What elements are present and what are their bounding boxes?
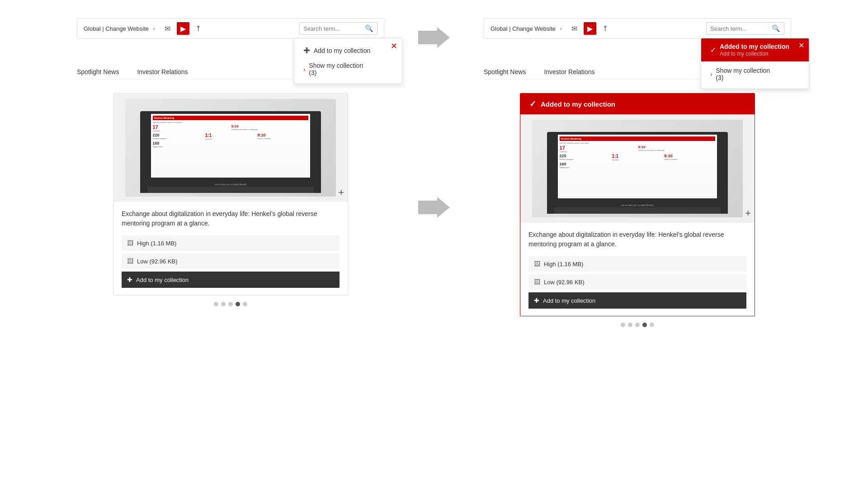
site-label-after: Global | Change Website bbox=[491, 25, 556, 32]
dot-1-after[interactable] bbox=[621, 323, 625, 327]
search-input-after[interactable] bbox=[710, 25, 769, 32]
dots-after bbox=[621, 323, 654, 327]
file-icon-high-before: 🖼 bbox=[127, 239, 133, 247]
dot-4-before[interactable] bbox=[236, 302, 240, 306]
added-label-after: Added to my collection bbox=[720, 43, 789, 50]
dot-1-before[interactable] bbox=[214, 302, 218, 306]
nav-investor-before[interactable]: Investor Relations bbox=[137, 68, 188, 75]
file-high-btn-before[interactable]: 🖼 High (1.16 MB) bbox=[122, 235, 340, 251]
laptop-tagline-before: Let me show you my digital lifestyle! bbox=[214, 183, 247, 186]
dropdown-after: ✓ Added to my collection Add to my colle… bbox=[701, 38, 809, 89]
card-added-banner: ✓ Added to my collection bbox=[520, 94, 755, 114]
nav-spotlight-after[interactable]: Spotlight News bbox=[484, 68, 526, 75]
file-high-label-before: High (1.16 MB) bbox=[137, 240, 176, 247]
svg-marker-1 bbox=[418, 197, 450, 218]
dot-3-after[interactable] bbox=[635, 323, 640, 327]
show-label-text-after: Show my collection bbox=[716, 67, 770, 74]
arrow-top bbox=[418, 27, 450, 48]
add-sub-label-after: Add to my collection bbox=[720, 51, 789, 57]
add-collection-btn-before[interactable]: ✚ Add to my collection bbox=[122, 272, 340, 288]
laptop-sim-before: Reverse Mentoring rated the program good… bbox=[140, 111, 321, 193]
header-bar-after: Global | Change Website › ✉ ▶ ⤒ 🔍 bbox=[484, 18, 791, 39]
card-plus-btn-after[interactable]: + bbox=[745, 207, 751, 219]
show-count-after: (3) bbox=[716, 74, 723, 81]
close-btn-before[interactable]: ✕ bbox=[391, 42, 397, 50]
red-banner-after: ✓ Added to my collection Add to my colle… bbox=[701, 38, 809, 61]
header-bar-before: Global | Change Website › ✉ ▶ ⤒ 🔍 bbox=[77, 18, 384, 39]
card-image-after: Reverse Mentoring rated the program good… bbox=[520, 114, 755, 223]
chevron-icon-after: › bbox=[560, 26, 562, 31]
email-icon-before[interactable]: ✉ bbox=[161, 22, 174, 35]
header-icons-before: ✉ ▶ ⤒ bbox=[161, 22, 205, 35]
card-body-before: Exchange about digitalization in everyda… bbox=[113, 202, 348, 295]
card-before: Reverse Mentoring rated the program good… bbox=[113, 93, 348, 296]
infographic-content-before: Reverse Mentoring rated the program good… bbox=[151, 114, 311, 178]
card-after: ✓ Added to my collection Reverse Mentori… bbox=[520, 93, 755, 316]
laptop-tagline-after: Let me show you my digital lifestyle! bbox=[621, 204, 654, 206]
dot-3-before[interactable] bbox=[228, 302, 233, 306]
popup-show-label-before[interactable]: Show my collection (3) bbox=[309, 62, 363, 76]
add-collection-btn-after[interactable]: ✚ Add to my collection bbox=[528, 292, 746, 309]
nav-spotlight-before[interactable]: Spotlight News bbox=[77, 68, 119, 75]
dot-5-after[interactable] bbox=[650, 323, 654, 327]
card-image-before: Reverse Mentoring rated the program good… bbox=[113, 94, 348, 202]
collection-icon-after[interactable]: ▶ bbox=[584, 22, 596, 35]
add-label-before: Add to my collection bbox=[136, 277, 189, 283]
file-high-btn-after[interactable]: 🖼 High (1.16 MB) bbox=[528, 256, 746, 272]
plus-icon-before: ✚ bbox=[303, 46, 310, 56]
laptop-base-after bbox=[554, 207, 721, 214]
laptop-screen-before: Reverse Mentoring rated the program good… bbox=[151, 114, 311, 178]
chevron-icon-before: › bbox=[153, 26, 155, 31]
popup-show-label-after[interactable]: Show my collection (3) bbox=[716, 67, 770, 81]
header-icons-after: ✉ ▶ ⤒ bbox=[568, 22, 612, 35]
popup-show-row-after: › Show my collection (3) bbox=[710, 67, 800, 81]
dot-4-after[interactable] bbox=[642, 323, 647, 327]
share-icon-after[interactable]: ⤒ bbox=[599, 22, 612, 35]
close-btn-after[interactable]: ✕ bbox=[798, 42, 804, 49]
card-image-placeholder-before: Reverse Mentoring rated the program good… bbox=[125, 99, 336, 197]
dot-5-before[interactable] bbox=[243, 302, 247, 306]
collection-icon-before[interactable]: ▶ bbox=[177, 22, 189, 35]
file-icon-high-after: 🖼 bbox=[534, 260, 540, 267]
popup-add-row-before: ✚ Add to my collection bbox=[303, 46, 393, 56]
check-icon-after: ✓ bbox=[710, 46, 716, 54]
popup-add-label-before[interactable]: Add to my collection bbox=[314, 47, 370, 54]
file-low-btn-after[interactable]: 🖼 Low (92.96 KB) bbox=[528, 274, 746, 290]
email-icon-after[interactable]: ✉ bbox=[568, 22, 581, 35]
laptop-base-before bbox=[147, 187, 314, 193]
search-box-after: 🔍 bbox=[706, 22, 784, 35]
infographic-title-before: Reverse Mentoring bbox=[153, 116, 309, 120]
file-icon-low-before: 🖼 bbox=[127, 258, 133, 265]
arrows-col bbox=[407, 18, 461, 218]
dot-2-after[interactable] bbox=[628, 323, 632, 327]
file-low-label-after: Low (92.96 KB) bbox=[544, 279, 585, 286]
chevron-show-icon-before: › bbox=[303, 66, 305, 73]
arrow-bottom bbox=[418, 197, 450, 218]
laptop-sim-after: Reverse Mentoring rated the program good… bbox=[547, 132, 728, 214]
search-icon-before: 🔍 bbox=[365, 24, 373, 33]
search-input-before[interactable] bbox=[303, 25, 362, 32]
share-icon-before[interactable]: ⤒ bbox=[192, 22, 205, 35]
card-plus-btn-before[interactable]: + bbox=[338, 187, 344, 198]
dropdown-before: ✕ ✚ Add to my collection › Show my colle… bbox=[294, 38, 402, 84]
search-icon-after: 🔍 bbox=[772, 24, 780, 33]
popup-show-row-before: › Show my collection (3) bbox=[303, 62, 393, 76]
card-added-check-icon: ✓ bbox=[529, 99, 536, 109]
add-icon-before: ✚ bbox=[127, 276, 132, 283]
infographic-row-2-after: 220 Henkel managers 1:1 sessions 8:10 bbox=[560, 154, 716, 161]
svg-marker-0 bbox=[418, 27, 450, 48]
chevron-show-icon-after: › bbox=[710, 71, 712, 78]
infographic-row-2-before: 220 Henkel managers 1:1 sessions 8:10 bbox=[153, 133, 309, 140]
file-icon-low-after: 🖼 bbox=[534, 278, 540, 286]
nav-investor-after[interactable]: Investor Relations bbox=[544, 68, 594, 75]
dot-2-before[interactable] bbox=[221, 302, 226, 306]
card-desc-before: Exchange about digitalization in everyda… bbox=[122, 209, 340, 228]
site-label-before: Global | Change Website bbox=[84, 25, 149, 32]
card-body-after: Exchange about digitalization in everyda… bbox=[520, 223, 755, 316]
show-count-before: (3) bbox=[309, 69, 316, 76]
infographic-row-1-after: 17 countries 9:10 would recommend to a c… bbox=[560, 145, 716, 153]
card-image-placeholder-after: Reverse Mentoring rated the program good… bbox=[532, 120, 743, 217]
show-label-text-before: Show my collection bbox=[309, 62, 363, 69]
card-desc-after: Exchange about digitalization in everyda… bbox=[528, 230, 746, 249]
file-low-btn-before[interactable]: 🖼 Low (92.96 KB) bbox=[122, 253, 340, 269]
